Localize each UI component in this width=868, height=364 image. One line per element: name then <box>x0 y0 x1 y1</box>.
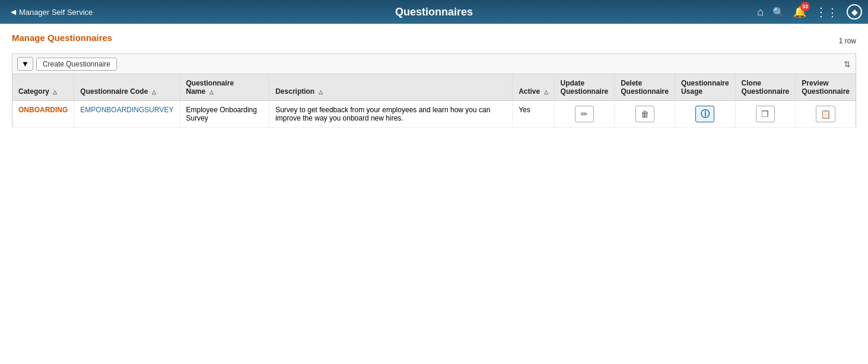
questionnaire-description: Survey to get feedback from your employe… <box>275 106 490 122</box>
category-link[interactable]: ONBOARDING <box>18 106 68 114</box>
col-clone-label: CloneQuestionnaire <box>742 79 790 96</box>
col-delete-label: DeleteQuestionnaire <box>621 79 669 96</box>
questionnaire-name: Employee Onboarding Survey <box>186 106 257 122</box>
col-usage-label: QuestionnaireUsage <box>681 79 729 96</box>
filter-button[interactable]: ▼ <box>17 57 33 71</box>
delete-questionnaire-button[interactable]: 🗑 <box>635 106 654 122</box>
back-arrow-icon: ◀ <box>11 8 16 16</box>
col-preview-label: PreviewQuestionnaire <box>802 79 850 96</box>
search-icon[interactable] <box>772 6 784 18</box>
back-label: Manager Self Service <box>19 8 93 17</box>
page-title: Questionnaires <box>395 6 473 18</box>
col-category-sort-icon: △ <box>53 89 57 95</box>
preview-icon: 📋 <box>821 109 831 119</box>
toolbar: ▼ Create Questionnaire ⇅ <box>12 53 856 74</box>
questionnaires-table: Category △ Questionnaire Code △ Question… <box>12 74 856 128</box>
col-description[interactable]: Description △ <box>269 74 513 101</box>
col-description-sort-icon: △ <box>319 89 323 95</box>
col-category-label: Category <box>18 87 49 96</box>
preview-questionnaire-button[interactable]: 📋 <box>816 106 835 122</box>
notifications-icon[interactable]: 🔔 33 <box>793 5 806 18</box>
cell-update: ✏ <box>554 101 615 128</box>
globe-icon[interactable]: ◆ <box>847 4 862 20</box>
col-category[interactable]: Category △ <box>12 74 74 101</box>
update-questionnaire-button[interactable]: ✏ <box>575 106 594 122</box>
copy-icon: ❐ <box>761 109 769 119</box>
cell-description: Survey to get feedback from your employe… <box>269 101 513 128</box>
col-active[interactable]: Active △ <box>513 74 554 101</box>
col-active-sort-icon: △ <box>544 89 548 95</box>
info-icon: ⓘ <box>701 109 710 120</box>
col-code-sort-icon: △ <box>152 89 156 95</box>
cell-active: Yes <box>513 101 554 128</box>
clone-questionnaire-button[interactable]: ❐ <box>756 106 775 122</box>
cell-clone: ❐ <box>735 101 796 128</box>
cell-category: ONBOARDING <box>12 101 74 128</box>
main-content: Manage Questionnaires 1 row ▼ Create Que… <box>0 24 868 137</box>
code-link[interactable]: EMPONBOARDINGSURVEY <box>80 106 173 114</box>
col-clone: CloneQuestionnaire <box>735 74 796 101</box>
cell-usage: ⓘ <box>675 101 735 128</box>
active-value: Yes <box>519 106 530 114</box>
header-icons: 🔔 33 ⋮ ◆ <box>757 4 862 20</box>
col-preview: PreviewQuestionnaire <box>796 74 856 101</box>
col-description-label: Description <box>275 87 314 96</box>
cell-delete: 🗑 <box>615 101 675 128</box>
header: ◀ Manager Self Service Questionnaires 🔔 … <box>0 0 868 24</box>
cell-preview: 📋 <box>796 101 856 128</box>
manage-title: Manage Questionnaires <box>12 33 112 43</box>
table-row: ONBOARDING EMPONBOARDINGSURVEY Employee … <box>12 101 856 128</box>
create-questionnaire-button[interactable]: Create Questionnaire <box>36 58 117 71</box>
col-active-label: Active <box>519 87 540 96</box>
more-options-icon[interactable]: ⋮ <box>815 5 838 19</box>
notification-badge: 33 <box>800 2 810 11</box>
questionnaire-usage-button[interactable]: ⓘ <box>695 106 714 122</box>
sort-icon[interactable]: ⇅ <box>844 59 851 69</box>
cell-name: Employee Onboarding Survey <box>180 101 269 128</box>
cell-code: EMPONBOARDINGSURVEY <box>74 101 180 128</box>
home-icon[interactable] <box>757 6 764 18</box>
col-update: UpdateQuestionnaire <box>554 74 615 101</box>
col-code[interactable]: Questionnaire Code △ <box>74 74 180 101</box>
trash-icon: 🗑 <box>641 109 649 119</box>
col-name-sort-icon: △ <box>209 89 214 95</box>
col-usage: QuestionnaireUsage <box>675 74 735 101</box>
back-button[interactable]: ◀ Manager Self Service <box>6 5 97 19</box>
col-update-label: UpdateQuestionnaire <box>561 79 609 96</box>
col-name[interactable]: QuestionnaireName △ <box>180 74 269 101</box>
table-header-row: Category △ Questionnaire Code △ Question… <box>12 74 856 101</box>
col-delete: DeleteQuestionnaire <box>615 74 675 101</box>
row-count: 1 row <box>839 37 856 45</box>
col-code-label: Questionnaire Code <box>80 87 148 96</box>
filter-icon: ▼ <box>21 59 29 68</box>
pencil-icon: ✏ <box>581 109 588 119</box>
